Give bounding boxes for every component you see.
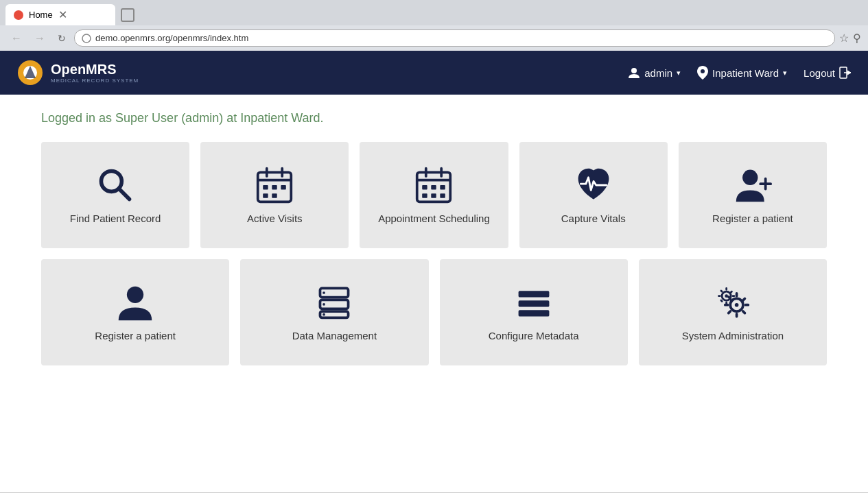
appointment-calendar-icon — [414, 166, 453, 204]
tab-close-button[interactable]: ✕ — [58, 8, 67, 21]
tab-bar: Home ✕ — [0, 0, 868, 25]
system-administration-card[interactable]: System Administration — [639, 259, 827, 365]
new-tab-button[interactable] — [121, 8, 134, 22]
tab-favicon — [14, 10, 23, 20]
main-content: Logged in as Super User (admin) at Inpat… — [0, 95, 868, 492]
system-administration-label: System Administration — [682, 330, 784, 341]
database-icon — [315, 283, 353, 322]
cards-row-2: Register a patient Data Management Confi… — [41, 259, 827, 365]
register-patient-card-1[interactable]: Register a patient — [679, 142, 827, 248]
data-management-label: Data Management — [292, 330, 377, 341]
admin-menu-button[interactable]: admin ▾ — [628, 67, 681, 79]
gears-icon — [714, 283, 752, 322]
data-management-card[interactable]: Data Management — [240, 259, 428, 365]
register-patient-card-2[interactable]: Register a patient — [41, 259, 229, 365]
svg-rect-25 — [423, 193, 427, 198]
configure-metadata-label: Configure Metadata — [489, 330, 579, 341]
location-caret-icon: ▾ — [783, 69, 787, 77]
address-bar[interactable]: demo.openmrs.org/openmrs/index.htm — [74, 29, 835, 47]
capture-vitals-label: Capture Vitals — [561, 213, 626, 224]
heartbeat-icon — [574, 166, 613, 204]
user-icon — [116, 283, 154, 322]
back-button[interactable]: ← — [7, 31, 26, 46]
logo-text-area: OpenMRS MEDICAL RECORD SYSTEM — [51, 62, 139, 84]
svg-line-8 — [119, 189, 130, 200]
openmrs-logo-icon — [16, 59, 44, 86]
browser-nav-bar: ← → ↻ demo.openmrs.org/openmrs/index.htm… — [0, 25, 868, 51]
svg-rect-24 — [441, 185, 445, 190]
logout-icon — [839, 67, 852, 79]
logged-in-message: Logged in as Super User (admin) at Inpat… — [41, 111, 827, 125]
location-menu-button[interactable]: Inpatient Ward ▾ — [697, 66, 787, 80]
svg-rect-39 — [518, 300, 549, 306]
location-pin-icon — [697, 66, 708, 80]
logo-area: OpenMRS MEDICAL RECORD SYSTEM — [16, 59, 628, 86]
calendar-icon — [255, 166, 294, 204]
svg-rect-40 — [518, 310, 549, 316]
find-patient-card[interactable]: Find Patient Record — [41, 142, 189, 248]
active-visits-label: Active Visits — [247, 213, 303, 224]
logout-button[interactable]: Logout — [804, 67, 852, 79]
svg-point-0 — [82, 34, 91, 43]
svg-point-3 — [631, 68, 637, 73]
capture-vitals-card[interactable]: Capture Vitals — [519, 142, 668, 248]
svg-point-4 — [701, 69, 705, 73]
bookmark-button[interactable]: ☆ — [839, 32, 849, 45]
browser-chrome: Home ✕ ← → ↻ demo.openmrs.org/openmrs/in… — [0, 0, 868, 51]
user-add-icon — [734, 166, 772, 204]
svg-rect-23 — [432, 185, 436, 190]
configure-metadata-card[interactable]: Configure Metadata — [440, 259, 628, 365]
svg-point-35 — [323, 291, 326, 294]
lock-icon — [82, 34, 91, 43]
register-patient-1-label: Register a patient — [712, 213, 793, 224]
svg-rect-16 — [263, 193, 268, 198]
svg-rect-27 — [441, 193, 445, 198]
svg-point-37 — [323, 313, 326, 316]
svg-rect-15 — [281, 185, 286, 190]
svg-point-42 — [735, 303, 739, 307]
refresh-button[interactable]: ↻ — [54, 32, 70, 45]
svg-point-31 — [127, 287, 143, 303]
logo-sub-text: MEDICAL RECORD SYSTEM — [51, 77, 139, 84]
location-label: Inpatient Ward — [712, 67, 779, 79]
svg-rect-17 — [272, 193, 277, 198]
admin-label: admin — [644, 67, 672, 79]
forward-button[interactable]: → — [30, 31, 49, 46]
svg-point-28 — [742, 170, 758, 185]
logo-main-text: OpenMRS — [51, 62, 117, 77]
tab-title: Home — [29, 10, 53, 20]
svg-rect-22 — [423, 185, 427, 190]
admin-user-icon — [628, 67, 640, 79]
appointment-scheduling-label: Appointment Scheduling — [378, 213, 490, 224]
zoom-button[interactable]: ⚲ — [853, 32, 861, 45]
app-header: OpenMRS MEDICAL RECORD SYSTEM admin ▾ In… — [0, 51, 868, 95]
search-icon — [96, 166, 134, 204]
browser-tab[interactable]: Home ✕ — [5, 4, 115, 25]
admin-caret-icon: ▾ — [677, 69, 681, 77]
register-patient-2-label: Register a patient — [95, 330, 176, 341]
active-visits-card[interactable]: Active Visits — [200, 142, 349, 248]
cards-row-1: Find Patient Record Active Visits — [41, 142, 827, 248]
logout-label: Logout — [804, 67, 835, 79]
svg-rect-26 — [432, 193, 436, 198]
svg-rect-38 — [518, 291, 549, 297]
appointment-scheduling-card[interactable]: Appointment Scheduling — [360, 142, 508, 248]
svg-rect-14 — [272, 185, 277, 190]
find-patient-label: Find Patient Record — [70, 213, 161, 224]
svg-rect-13 — [263, 185, 268, 190]
svg-point-36 — [323, 303, 326, 306]
header-actions: admin ▾ Inpatient Ward ▾ Logout — [628, 66, 852, 80]
layers-icon — [515, 283, 553, 322]
address-text: demo.openmrs.org/openmrs/index.htm — [95, 33, 828, 43]
svg-point-44 — [725, 294, 728, 298]
